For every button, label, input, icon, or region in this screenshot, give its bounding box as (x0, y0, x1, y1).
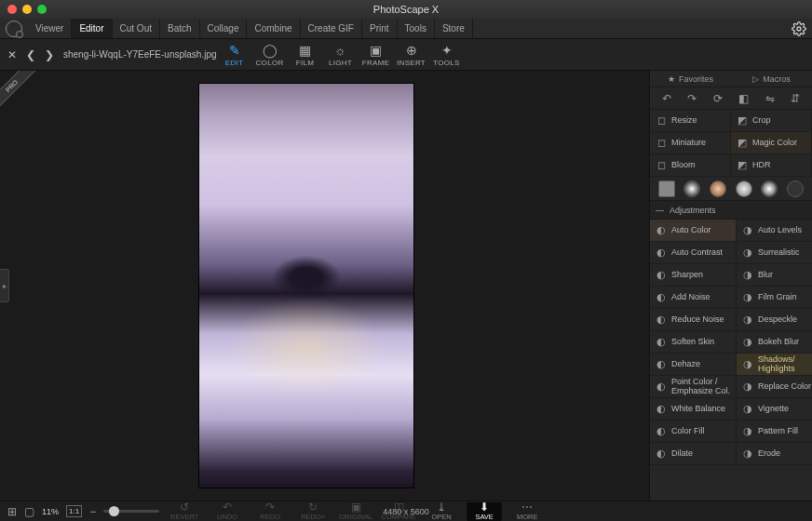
tool-despeckle[interactable]: ◑Despeckle (737, 309, 812, 331)
edit-mode-button[interactable]: ✎EDIT (217, 43, 252, 67)
tab-print[interactable]: Print (362, 19, 398, 38)
adjustments-section-header[interactable]: —Adjustments (650, 201, 812, 220)
tab-create-gif[interactable]: Create GIF (301, 19, 362, 38)
insert-mode-button[interactable]: ⊕INSERT (394, 43, 429, 67)
tool-point-color-emphasize-col[interactable]: ◐Point Color /Emphasize Col. (650, 376, 737, 398)
revert-icon: ↺ (180, 502, 189, 512)
flip-v-icon[interactable]: ⇵ (791, 92, 800, 105)
macros-tab[interactable]: ▷Macros (731, 71, 812, 87)
tool-hdr[interactable]: ◩HDR (731, 154, 812, 177)
tab-collage[interactable]: Collage (200, 19, 248, 38)
swatch-drop-icon[interactable] (787, 180, 804, 197)
swatch-grid-icon[interactable] (658, 180, 675, 197)
tool-soften-skin[interactable]: ◐Soften Skin (650, 331, 737, 354)
swatch-2[interactable] (710, 180, 726, 197)
fit-screen-icon[interactable]: ▢ (24, 505, 34, 518)
swatch-1[interactable] (683, 180, 700, 197)
tab-batch[interactable]: Batch (160, 19, 200, 38)
save-button[interactable]: ⬇SAVE (467, 502, 502, 521)
pro-badge[interactable]: PRO (0, 71, 41, 112)
tool-surrealistic[interactable]: ◑Surrealistic (737, 242, 812, 264)
tool-vignette[interactable]: ◑Vignette (737, 398, 812, 421)
zoom-1to1-button[interactable]: 1:1 (66, 505, 82, 517)
redo-icon: ↷ (265, 502, 275, 512)
tool-erode[interactable]: ◑Erode (737, 443, 812, 465)
revert-button: ↺REVERT (167, 502, 202, 521)
shadows-highlights-icon: ◑ (742, 359, 753, 370)
close-file-icon[interactable]: ✕ (7, 48, 17, 61)
tab-combine[interactable]: Combine (247, 19, 300, 38)
rotate-angle-icon[interactable]: ⟳ (713, 92, 723, 105)
tool-white-balance[interactable]: ◐White Balance (650, 398, 737, 421)
tab-editor[interactable]: Editor (72, 19, 112, 38)
auto-color-icon: ◐ (656, 225, 667, 236)
color-mode-button[interactable]: ◯COLOR (252, 43, 288, 67)
tool-miniature[interactable]: ◻Miniature (650, 132, 731, 154)
tool-bokeh-blur[interactable]: ◑Bokeh Blur (737, 331, 812, 354)
color-fill-icon: ◐ (656, 426, 667, 437)
tool-pattern-fill[interactable]: ◑Pattern Fill (737, 421, 812, 443)
swatch-4[interactable] (761, 180, 778, 197)
tab-tools[interactable]: Tools (398, 19, 435, 38)
tool-shadows-highlights[interactable]: ◑Shadows/Highlights (737, 354, 812, 376)
tab-store[interactable]: Store (435, 19, 473, 38)
image-preview[interactable] (199, 84, 413, 488)
light-mode-button[interactable]: ☼LIGHT (323, 43, 359, 67)
tools-mode-button[interactable]: ✦TOOLS (429, 43, 465, 67)
favorites-tab[interactable]: ★Favorites (650, 71, 731, 87)
prev-file-icon[interactable]: ❮ (26, 48, 35, 61)
minimize-window-button[interactable] (22, 5, 32, 14)
open-button[interactable]: ⤓OPEN (424, 502, 459, 521)
tool-resize[interactable]: ◻Resize (650, 110, 731, 132)
frame-mode-button[interactable]: ▣FRAME (359, 43, 394, 67)
rotate-ccw-icon[interactable]: ↶ (662, 92, 671, 105)
rotate-cw-icon[interactable]: ↷ (687, 92, 697, 105)
titlebar: PhotoScape X (0, 0, 812, 19)
tool-auto-color[interactable]: ◐Auto Color (650, 220, 737, 242)
tool-dehaze[interactable]: ◐Dehaze (650, 354, 737, 376)
tool-blur[interactable]: ◑Blur (737, 264, 812, 287)
despeckle-icon: ◑ (742, 314, 753, 326)
close-window-button[interactable] (7, 5, 17, 14)
status-bar: ⊞ ▢ 11% 1:1 − 4480 x 5600 ↺REVERT↶UNDO↷R… (0, 501, 812, 521)
tool-film-grain[interactable]: ◑Film Grain (737, 287, 812, 309)
tool-dilate[interactable]: ◐Dilate (650, 443, 737, 465)
tool-reduce-noise[interactable]: ◐Reduce Noise (650, 309, 737, 331)
canvas-area[interactable]: PRO ▸ (0, 71, 649, 501)
tool-replace-color[interactable]: ◑Replace Color (737, 376, 812, 398)
window-controls (7, 5, 47, 14)
settings-gear-icon[interactable] (792, 21, 806, 36)
tool-add-noise[interactable]: ◐Add Noise (650, 287, 737, 309)
tool-sharpen[interactable]: ◐Sharpen (650, 264, 737, 287)
tools-icon: ✦ (440, 43, 454, 58)
redo-button: ↷REDO (252, 502, 288, 521)
undo-button: ↶UNDO (210, 502, 245, 521)
grid-toggle-icon[interactable]: ⊞ (7, 505, 17, 518)
film-mode-button[interactable]: ▦FILM (288, 43, 323, 67)
frame-icon: ▣ (369, 43, 384, 58)
zoom-slider[interactable] (103, 510, 159, 513)
zoom-slider-knob[interactable] (109, 506, 119, 516)
app-logo-icon[interactable] (6, 20, 22, 37)
surrealistic-icon: ◑ (742, 247, 753, 259)
swatch-3[interactable] (736, 180, 752, 197)
tab-cut-out[interactable]: Cut Out (113, 19, 160, 38)
save-icon: ⬇ (480, 502, 489, 512)
tool-bloom[interactable]: ◻Bloom (650, 154, 731, 177)
resize-icon: ◻ (656, 115, 667, 127)
tab-viewer[interactable]: Viewer (28, 19, 72, 38)
tool-magic-color[interactable]: ◩Magic Color (731, 132, 812, 154)
next-file-icon[interactable]: ❯ (45, 48, 54, 61)
zoom-out-icon[interactable]: − (89, 505, 96, 518)
tool-color-fill[interactable]: ◐Color Fill (650, 421, 737, 443)
tool-auto-contrast[interactable]: ◐Auto Contrast (650, 242, 737, 264)
zoom-window-button[interactable] (37, 5, 47, 14)
flip-h-icon[interactable]: ⇋ (765, 92, 775, 105)
sidebar-expand-handle[interactable]: ▸ (0, 269, 9, 302)
add-noise-icon: ◐ (656, 292, 667, 303)
file-toolbar: ✕ ❮ ❯ sheng-li-WqqL-Y7EeFE-unsplash.jpg … (0, 39, 812, 71)
more-button[interactable]: ⋯MORE (509, 502, 545, 521)
tool-auto-levels[interactable]: ◑Auto Levels (737, 220, 812, 242)
tool-crop[interactable]: ◩Crop (731, 110, 812, 132)
straighten-icon[interactable]: ◧ (738, 92, 749, 105)
